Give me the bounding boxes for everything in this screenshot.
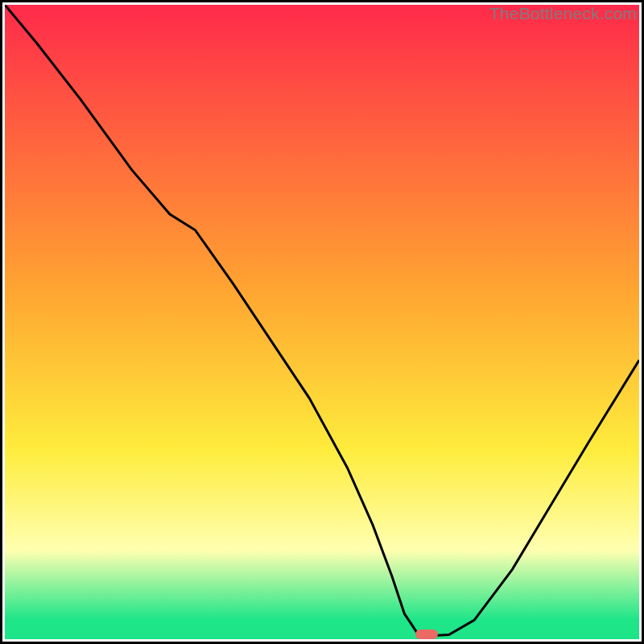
plot-area (5, 5, 639, 639)
optimal-marker (415, 630, 438, 639)
watermark-text: TheBottleneck.com (489, 4, 637, 23)
chart-container: TheBottleneck.com (0, 0, 644, 644)
bottleneck-curve (5, 5, 639, 639)
